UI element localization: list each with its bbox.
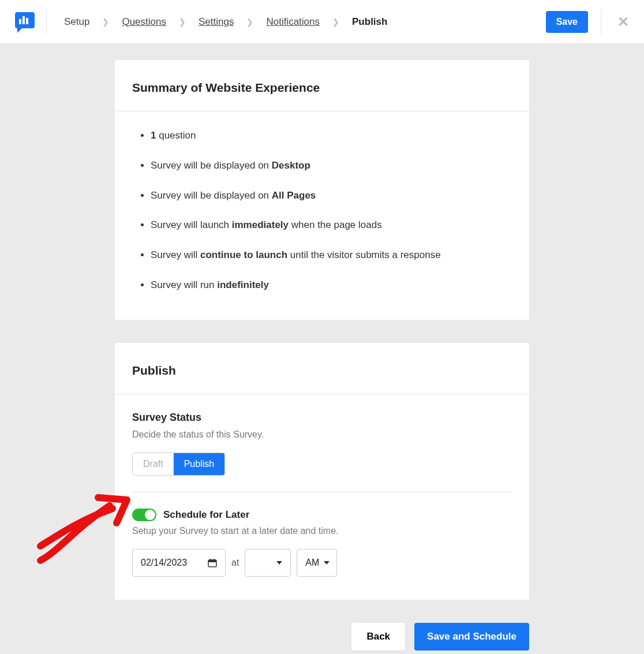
breadcrumb-step-notifications[interactable]: Notifications bbox=[266, 16, 320, 28]
breadcrumb-step-settings[interactable]: Settings bbox=[199, 16, 234, 28]
schedule-ampm-select[interactable]: AM bbox=[297, 549, 337, 577]
survey-status-desc: Decide the status of this Survey. bbox=[132, 429, 512, 440]
svg-rect-0 bbox=[19, 19, 21, 24]
chevron-right-icon: ❯ bbox=[102, 17, 109, 27]
summary-item: 1 question bbox=[151, 129, 512, 143]
status-option-draft[interactable]: Draft bbox=[133, 453, 174, 475]
svg-rect-4 bbox=[208, 560, 216, 562]
survey-status-label: Survey Status bbox=[132, 412, 512, 424]
schedule-desc: Setup your Survey to start at a later da… bbox=[132, 526, 512, 536]
summary-item: Survey will run indefinitely bbox=[151, 278, 512, 292]
summary-list: 1 question Survey will be displayed on D… bbox=[132, 129, 512, 292]
chevron-right-icon: ❯ bbox=[332, 17, 339, 27]
summary-item: Survey will be displayed on Desktop bbox=[151, 159, 512, 173]
summary-item: Survey will launch immediately when the … bbox=[151, 218, 512, 232]
schedule-toggle[interactable] bbox=[132, 509, 156, 521]
breadcrumb-step-setup[interactable]: Setup bbox=[64, 16, 89, 28]
ampm-value: AM bbox=[305, 558, 319, 568]
publish-title: Publish bbox=[132, 364, 512, 378]
chevron-right-icon: ❯ bbox=[246, 17, 253, 27]
summary-card: Summary of Website Experience 1 question… bbox=[115, 60, 529, 320]
close-icon[interactable]: ✕ bbox=[614, 14, 632, 30]
svg-rect-1 bbox=[23, 16, 25, 24]
svg-rect-2 bbox=[26, 18, 28, 24]
footer-actions: Back Save and Schedule bbox=[115, 623, 529, 651]
schedule-title: Schedule for Later bbox=[163, 509, 249, 521]
schedule-date-value: 02/14/2023 bbox=[141, 558, 187, 568]
breadcrumb: Setup ❯ Questions ❯ Settings ❯ Notificat… bbox=[47, 16, 546, 28]
at-label: at bbox=[231, 558, 239, 568]
summary-item: Survey will be displayed on All Pages bbox=[151, 189, 512, 203]
status-option-publish[interactable]: Publish bbox=[174, 453, 224, 475]
status-toggle: Draft Publish bbox=[132, 453, 225, 476]
save-and-schedule-button[interactable]: Save and Schedule bbox=[414, 623, 529, 651]
app-logo[interactable] bbox=[12, 9, 47, 35]
schedule-date-input[interactable]: 02/14/2023 bbox=[132, 549, 226, 577]
summary-item: Survey will continue to launch until the… bbox=[151, 248, 512, 262]
save-button[interactable]: Save bbox=[546, 11, 588, 33]
chart-bubble-icon bbox=[12, 10, 36, 34]
caret-down-icon bbox=[276, 561, 282, 565]
svg-rect-6 bbox=[214, 559, 215, 561]
publish-card: Publish Survey Status Decide the status … bbox=[115, 343, 529, 600]
calendar-icon bbox=[208, 558, 217, 567]
divider bbox=[601, 9, 601, 35]
schedule-hour-select[interactable] bbox=[245, 549, 291, 577]
back-button[interactable]: Back bbox=[351, 623, 405, 651]
chevron-right-icon: ❯ bbox=[179, 17, 186, 27]
summary-title: Summary of Website Experience bbox=[132, 81, 512, 95]
breadcrumb-step-publish[interactable]: Publish bbox=[352, 16, 387, 28]
svg-rect-5 bbox=[210, 559, 211, 561]
breadcrumb-step-questions[interactable]: Questions bbox=[122, 16, 166, 28]
caret-down-icon bbox=[324, 561, 330, 565]
